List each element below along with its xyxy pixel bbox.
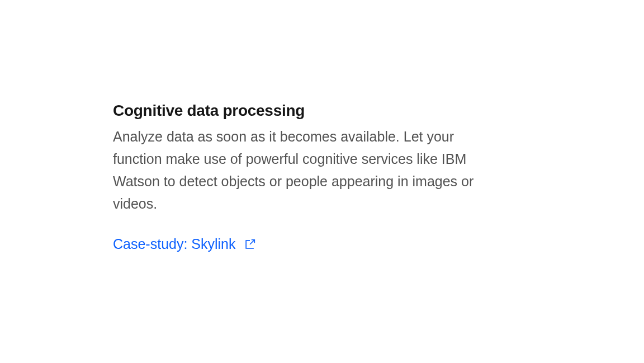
content-section: Cognitive data processing Analyze data a… <box>113 101 504 252</box>
case-study-link[interactable]: Case-study: Skylink <box>113 236 256 252</box>
external-link-icon <box>244 238 256 251</box>
section-heading: Cognitive data processing <box>113 101 504 121</box>
section-description: Analyze data as soon as it becomes avail… <box>113 125 504 215</box>
link-label: Case-study: Skylink <box>113 236 236 252</box>
